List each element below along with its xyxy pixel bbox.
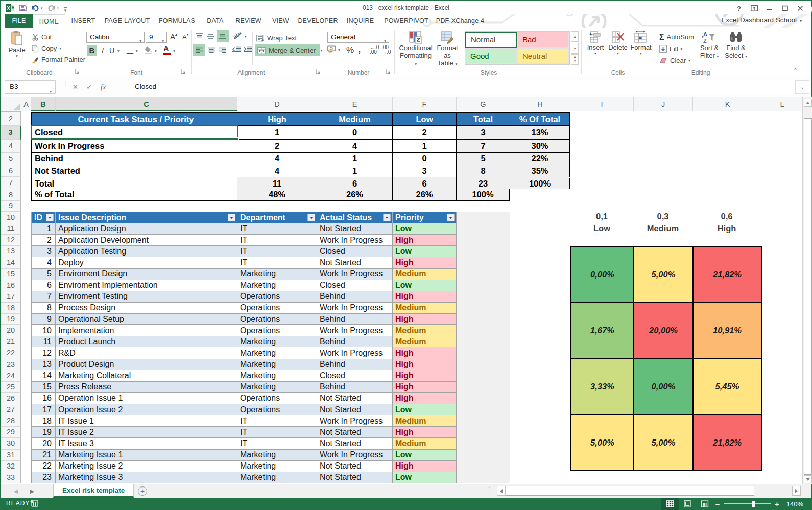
zoom-out-button[interactable]: – bbox=[715, 500, 720, 508]
matrix-cell[interactable]: 5,00% bbox=[634, 247, 694, 303]
conditional-formatting-button[interactable]: ConditionalFormatting ▾ bbox=[400, 31, 432, 68]
issue-department[interactable]: Marketing bbox=[237, 461, 317, 472]
status-col-header-medium[interactable]: Medium bbox=[317, 112, 393, 126]
number-format-combo[interactable]: General ▾ bbox=[327, 32, 389, 43]
bold-button[interactable]: B bbox=[87, 45, 97, 56]
status-cell[interactable]: 6 bbox=[317, 177, 393, 189]
font-dialog-launcher[interactable] bbox=[181, 69, 186, 75]
status-col-header--of-total[interactable]: % Of Total bbox=[510, 112, 570, 126]
alignment-dialog-launcher[interactable] bbox=[316, 69, 321, 75]
issue-description[interactable]: IT Issue 3 bbox=[56, 438, 237, 449]
issue-id[interactable]: 13 bbox=[31, 359, 56, 370]
save-icon[interactable] bbox=[19, 4, 27, 12]
tab-view[interactable]: VIEW bbox=[267, 14, 294, 28]
issue-priority[interactable]: Medium bbox=[393, 336, 457, 347]
issue-id[interactable]: 2 bbox=[31, 235, 56, 246]
issue-department[interactable]: IT bbox=[237, 235, 317, 246]
decrease-font-button[interactable]: A▾ bbox=[182, 32, 189, 41]
issue-priority[interactable]: Low bbox=[393, 246, 457, 257]
tab-review[interactable]: REVIEW bbox=[230, 14, 267, 28]
issue-status[interactable]: Closed bbox=[317, 280, 393, 291]
accounting-dropdown-arrow[interactable]: ▾ bbox=[338, 48, 340, 52]
status-cell[interactable]: 3 bbox=[457, 126, 510, 140]
issue-status[interactable]: Work In Progress bbox=[317, 235, 393, 246]
tab-page-layout[interactable]: PAGE LAYOUT bbox=[101, 14, 153, 28]
cancel-entry-button[interactable]: ✕ bbox=[73, 83, 78, 91]
issue-status[interactable]: Behind bbox=[317, 291, 393, 303]
collapse-ribbon-button[interactable]: ⌃ bbox=[793, 67, 798, 75]
issue-description[interactable]: Product Design bbox=[56, 359, 237, 370]
name-box[interactable]: B3 ▾ bbox=[5, 80, 56, 94]
filter-dropdown-button[interactable] bbox=[447, 214, 455, 221]
gallery-scroll-down-button[interactable]: ▼ bbox=[571, 43, 579, 54]
issue-priority[interactable]: Medium bbox=[393, 415, 457, 427]
font-color-dropdown-arrow[interactable]: ▾ bbox=[173, 49, 175, 53]
issue-description[interactable]: Enviroment Testing bbox=[56, 291, 237, 303]
issue-description[interactable]: Enviroment Design bbox=[56, 269, 237, 280]
issue-id[interactable]: 12 bbox=[31, 347, 56, 359]
issue-id[interactable]: 22 bbox=[31, 461, 56, 472]
issue-status[interactable]: Not Started bbox=[317, 393, 393, 404]
table-resize-handle[interactable] bbox=[454, 480, 458, 484]
status-cell[interactable]: 100% bbox=[457, 189, 510, 201]
clear-button[interactable]: Clear ▾ bbox=[659, 55, 690, 66]
issue-description[interactable]: Press Release bbox=[56, 382, 237, 393]
row-header-31[interactable]: 31 bbox=[1, 450, 21, 461]
cell-style-good[interactable]: Good bbox=[465, 48, 517, 64]
issue-description[interactable]: Operation Issue 1 bbox=[56, 393, 237, 404]
font-color-button[interactable]: A bbox=[163, 45, 171, 55]
issue-priority[interactable]: High bbox=[393, 427, 457, 438]
row-header-28[interactable]: 28 bbox=[1, 415, 21, 427]
status-cell[interactable]: 48% bbox=[237, 189, 317, 201]
issue-status[interactable]: Closed bbox=[317, 246, 393, 257]
issue-department[interactable]: Operations bbox=[237, 314, 317, 325]
issue-id[interactable]: 11 bbox=[31, 336, 56, 347]
row-header-6[interactable]: 6 bbox=[1, 165, 21, 177]
column-header-b[interactable]: B bbox=[31, 97, 56, 111]
issue-status[interactable]: Not Started bbox=[317, 404, 393, 415]
row-header-14[interactable]: 14 bbox=[1, 257, 21, 268]
decrease-decimal-button[interactable]: .00→.0 bbox=[381, 45, 391, 54]
decrease-indent-button[interactable] bbox=[232, 46, 241, 54]
column-header-k[interactable]: K bbox=[693, 97, 762, 111]
status-row-label[interactable]: Work In Progress bbox=[31, 140, 237, 153]
paste-button[interactable]: Paste ▾ bbox=[6, 31, 28, 58]
row-header-25[interactable]: 25 bbox=[1, 382, 21, 393]
issue-id[interactable]: 4 bbox=[31, 257, 56, 268]
align-right-button[interactable] bbox=[218, 45, 228, 55]
issue-department[interactable]: Marketing bbox=[237, 269, 317, 280]
issue-priority[interactable]: Medium bbox=[393, 303, 457, 314]
increase-indent-button[interactable] bbox=[244, 46, 252, 54]
row-header-17[interactable]: 17 bbox=[1, 291, 21, 303]
gallery-scroll-up-button[interactable]: ▲ bbox=[571, 31, 579, 42]
column-header-e[interactable]: E bbox=[317, 97, 393, 111]
issue-id[interactable]: 5 bbox=[31, 269, 56, 280]
issue-priority[interactable]: High bbox=[393, 347, 457, 359]
row-header-33[interactable]: 33 bbox=[1, 472, 21, 483]
ribbon-display-options-button[interactable] bbox=[747, 3, 762, 14]
matrix-cell[interactable]: 1,67% bbox=[571, 303, 634, 359]
select-all-corner[interactable] bbox=[1, 97, 21, 112]
fill-button[interactable]: Fill ▾ bbox=[659, 43, 682, 54]
issue-status[interactable]: Work In Progress bbox=[317, 347, 393, 359]
issue-id[interactable]: 20 bbox=[31, 438, 56, 449]
status-cell[interactable]: 22% bbox=[510, 153, 570, 165]
row-header-11[interactable]: 11 bbox=[1, 223, 21, 235]
customize-qat-button[interactable]: ⚌▾ bbox=[63, 4, 67, 12]
issue-id[interactable]: 21 bbox=[31, 450, 56, 461]
status-row-label[interactable]: Total bbox=[31, 177, 237, 189]
issue-description[interactable]: Operation Issue 2 bbox=[56, 404, 237, 415]
format-cells-button[interactable]: Format ▾ bbox=[629, 31, 653, 56]
row-header-3[interactable]: 3 bbox=[1, 126, 21, 140]
status-row-label[interactable]: Not Started bbox=[31, 165, 237, 177]
status-cell[interactable]: 7 bbox=[457, 140, 510, 153]
matrix-cell[interactable]: 10,91% bbox=[694, 303, 762, 359]
issue-id[interactable]: 7 bbox=[31, 291, 56, 303]
matrix-cell[interactable]: 3,33% bbox=[571, 359, 634, 415]
increase-font-button[interactable]: A▴ bbox=[170, 32, 177, 41]
status-cell[interactable]: 23 bbox=[457, 177, 510, 189]
issue-id[interactable]: 15 bbox=[31, 382, 56, 393]
row-header-27[interactable]: 27 bbox=[1, 404, 21, 415]
row-header-26[interactable]: 26 bbox=[1, 393, 21, 404]
column-header-d[interactable]: D bbox=[237, 97, 317, 111]
